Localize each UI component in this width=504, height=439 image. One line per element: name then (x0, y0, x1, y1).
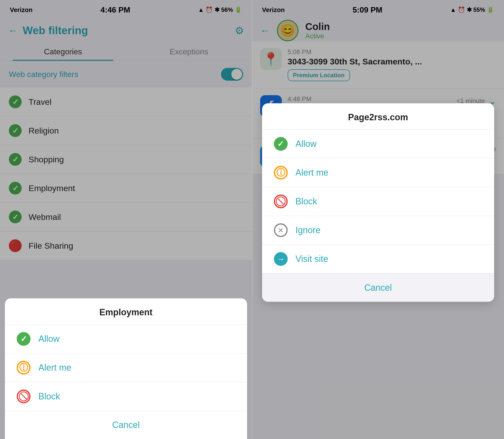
block-action-item[interactable]: 🚫 Block (262, 187, 494, 216)
cancel-button[interactable]: Cancel (5, 411, 247, 439)
right-panel: Verizon 5:09 PM ▲ ⏰ ✱ 55% 🔋 ← 😊 Colin Ac… (252, 0, 504, 439)
alert-icon: ⓘ (17, 361, 31, 375)
page2rss-action-sheet: Page2rss.com Allow ⓘ Alert me 🚫 Block ✕ … (262, 103, 494, 302)
allow-label: Allow (296, 139, 317, 149)
alert-label: Alert me (296, 167, 329, 178)
block-action-item[interactable]: 🚫 Block (5, 382, 247, 411)
alert-label: Alert me (38, 363, 71, 373)
allow-icon (274, 137, 288, 151)
alert-action-item[interactable]: ⓘ Alert me (262, 158, 494, 187)
ignore-action-item[interactable]: ✕ Ignore (262, 216, 494, 245)
block-label: Block (38, 391, 60, 402)
employment-action-sheet: Employment Allow ⓘ Alert me 🚫 Block Canc… (5, 298, 247, 439)
action-sheet-title: Employment (5, 298, 247, 325)
allow-icon (17, 332, 31, 346)
action-sheet-title: Page2rss.com (262, 103, 494, 130)
visit-icon: → (274, 252, 288, 266)
cancel-button[interactable]: Cancel (262, 273, 494, 302)
alert-icon: ⓘ (274, 166, 288, 180)
block-icon: 🚫 (274, 195, 288, 208)
allow-action-item[interactable]: Allow (262, 130, 494, 158)
ignore-icon: ✕ (274, 223, 288, 237)
alert-action-item[interactable]: ⓘ Alert me (5, 353, 247, 382)
block-icon: 🚫 (17, 390, 31, 403)
block-label: Block (296, 196, 317, 207)
allow-label: Allow (38, 334, 60, 344)
visit-action-item[interactable]: → Visit site (262, 245, 494, 273)
left-panel: Verizon 4:46 PM ▲ ⏰ ✱ 56% 🔋 ← Web filter… (0, 0, 252, 439)
allow-action-item[interactable]: Allow (5, 325, 247, 353)
visit-label: Visit site (296, 254, 328, 264)
ignore-label: Ignore (296, 225, 321, 235)
